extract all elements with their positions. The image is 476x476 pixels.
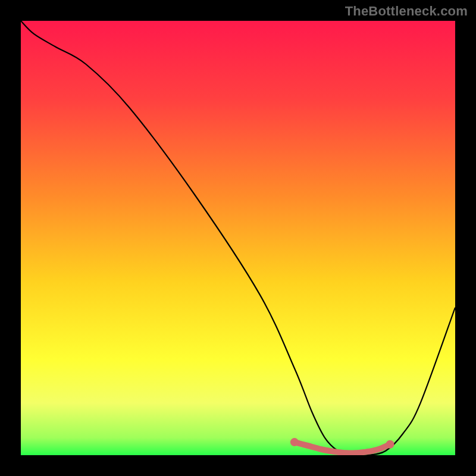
watermark-text: TheBottleneck.com: [345, 4, 468, 19]
optimal-range-dot: [318, 447, 322, 451]
optimal-range-dot: [371, 449, 375, 453]
optimal-range-endpoint: [386, 440, 394, 449]
optimal-range-dot: [362, 450, 366, 454]
optimal-range-dot: [336, 450, 340, 454]
chart-container: TheBottleneck.com: [0, 0, 476, 476]
optimal-range-dot: [379, 446, 383, 450]
plot-area: [21, 21, 455, 455]
optimal-range-dot: [353, 451, 358, 455]
chart-svg: [21, 21, 455, 455]
optimal-range-dot: [345, 451, 349, 455]
gradient-background: [21, 21, 455, 455]
optimal-range-dot: [327, 449, 331, 453]
optimal-range-endpoint: [290, 438, 299, 446]
optimal-range-dot: [305, 443, 309, 447]
